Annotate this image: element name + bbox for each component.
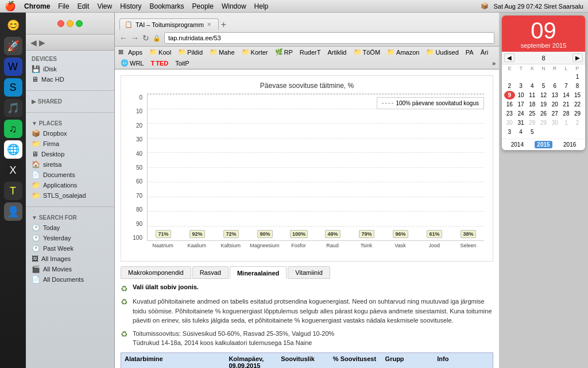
bm-wrl[interactable]: 🌐 WRL	[118, 59, 146, 67]
reload-button[interactable]: ↻	[142, 33, 149, 43]
bm-amazon[interactable]: 📁 Amazon	[385, 48, 421, 56]
new-tab-button[interactable]: +	[219, 20, 226, 30]
cal-day[interactable]: 11	[527, 91, 537, 99]
dock-launchpad[interactable]: 🚀	[4, 37, 22, 55]
dock-chrome[interactable]: 🌐	[4, 140, 22, 159]
cal-day[interactable]: 6	[550, 82, 560, 90]
tab-mineraalained[interactable]: Mineraalained	[230, 266, 287, 279]
cal-day[interactable]: 2	[572, 118, 583, 127]
dock-spotify[interactable]: ♫	[4, 120, 22, 138]
cal-day[interactable]: 30	[504, 118, 515, 127]
cal-day[interactable]: 13	[550, 91, 560, 99]
menu-view[interactable]: View	[97, 2, 112, 10]
tab-rasvad[interactable]: Rasvad	[192, 266, 229, 279]
bm-korter[interactable]: 📁 Korter	[239, 48, 270, 56]
minimize-button[interactable]	[67, 20, 74, 27]
sidebar-item-siretsa[interactable]: 🏠 siretsa	[26, 159, 114, 170]
dock-x1[interactable]: X	[4, 161, 22, 179]
bm-uudised[interactable]: 📁 Uudised	[424, 48, 461, 56]
cal-day[interactable]: 21	[561, 100, 572, 109]
cal-day[interactable]: 18	[527, 100, 537, 109]
cal-day[interactable]: 27	[550, 109, 560, 118]
cal-day[interactable]: 31	[516, 118, 527, 127]
dock-music[interactable]: 🎵	[4, 99, 22, 117]
shared-header[interactable]: ▶ SHARED	[26, 97, 114, 106]
cal-day[interactable]: 1	[572, 72, 583, 81]
cal-day[interactable]: 2	[504, 82, 515, 90]
cal-year-2015[interactable]: 2015	[535, 141, 552, 148]
forward-button[interactable]: →	[131, 33, 139, 43]
cal-day[interactable]: 28	[527, 118, 537, 127]
menu-window[interactable]: Window	[222, 2, 246, 10]
bm-toom[interactable]: 📁 TöÖM	[351, 48, 383, 56]
dock-app1[interactable]: W	[4, 57, 22, 76]
nav-back[interactable]: ◀	[30, 38, 37, 47]
tab-makrokomponendid[interactable]: Makrokomponendid	[121, 266, 191, 279]
cal-year-2014[interactable]: 2014	[509, 141, 526, 148]
cal-day[interactable]: 4	[527, 82, 537, 90]
browser-tab-active[interactable]: 📋 TAI – Toitumisprogramm ✕	[119, 18, 219, 30]
bm-pildid[interactable]: 📁 Pildid	[176, 48, 205, 56]
cal-day[interactable]: 30	[550, 118, 560, 127]
sidebar-item-dropbox[interactable]: 📦 Dropbox	[26, 128, 114, 139]
cal-day[interactable]: 5	[538, 82, 549, 90]
bm-pa[interactable]: PA	[463, 48, 476, 56]
sidebar-item-firma[interactable]: 📁 Firma	[26, 139, 114, 149]
sidebar-item-allimages[interactable]: 🖼 All Images	[26, 254, 114, 264]
dock-user[interactable]: 👤	[4, 202, 22, 221]
cal-day[interactable]: 23	[504, 109, 515, 118]
menu-edit[interactable]: Edit	[78, 2, 90, 10]
cal-day[interactable]: 14	[561, 91, 572, 99]
dock-skype[interactable]: S	[4, 78, 22, 97]
back-button[interactable]: ←	[119, 33, 127, 43]
cal-day[interactable]: 5	[527, 128, 537, 136]
cal-day[interactable]: 19	[538, 100, 549, 109]
cal-day[interactable]: 9	[504, 91, 515, 99]
menu-help[interactable]: Help	[254, 2, 269, 10]
cal-day[interactable]: 7	[561, 82, 572, 90]
zoom-button[interactable]	[76, 20, 83, 27]
bm-ted[interactable]: T TED	[148, 59, 171, 67]
url-input[interactable]	[164, 32, 494, 44]
cal-day[interactable]: 15	[572, 91, 583, 99]
cal-day[interactable]: 22	[572, 100, 583, 109]
sidebar-item-applications[interactable]: 📁 Applications	[26, 180, 114, 190]
bm-rp[interactable]: 🌿 RP	[273, 48, 295, 56]
cal-day[interactable]: 26	[538, 109, 549, 118]
cal-day[interactable]: 17	[516, 100, 527, 109]
cal-year-2016[interactable]: 2016	[561, 141, 578, 148]
bookmarks-overflow[interactable]: »	[492, 60, 496, 67]
cal-day[interactable]: 3	[504, 128, 515, 136]
apple-menu[interactable]: 🍎	[5, 1, 16, 12]
cal-day[interactable]: 16	[504, 100, 515, 109]
menu-people[interactable]: People	[192, 2, 214, 10]
cal-day[interactable]: 25	[527, 109, 537, 118]
cal-day[interactable]: 29	[538, 118, 549, 127]
cal-day[interactable]: 10	[516, 91, 527, 99]
cal-day[interactable]: 8	[572, 82, 583, 90]
bm-toitp[interactable]: ToitP	[173, 59, 191, 67]
tab-close-button[interactable]: ✕	[207, 21, 211, 28]
nav-forward[interactable]: ▶	[39, 38, 45, 47]
menu-chrome[interactable]: Chrome	[24, 2, 50, 10]
cal-day[interactable]: 20	[550, 100, 560, 109]
sidebar-item-yesterday[interactable]: 🕐 Yesterday	[26, 233, 114, 243]
sidebar-item-allmovies[interactable]: 🎬 All Movies	[26, 264, 114, 274]
sidebar-item-today[interactable]: 🕐 Today	[26, 223, 114, 233]
tab-vitamiinid[interactable]: Vitamiinid	[288, 266, 330, 279]
bm-artiklid[interactable]: Artiklid	[325, 48, 349, 56]
cal-day[interactable]: 24	[516, 109, 527, 118]
menu-bookmarks[interactable]: Bookmarks	[150, 2, 184, 10]
cal-day[interactable]: 3	[516, 82, 527, 90]
cal-day[interactable]: 12	[538, 91, 549, 99]
dock-finder[interactable]: 😊	[4, 16, 22, 34]
menu-file[interactable]: File	[58, 2, 69, 10]
cal-day[interactable]: 1	[561, 118, 572, 127]
bm-apps[interactable]: Apps	[126, 48, 145, 56]
close-button[interactable]	[57, 20, 64, 27]
cal-day[interactable]: 4	[516, 128, 527, 136]
cal-day[interactable]: 29	[572, 109, 583, 118]
sidebar-item-documents[interactable]: 📄 Documents	[26, 170, 114, 180]
sidebar-item-pastweek[interactable]: 🕐 Past Week	[26, 243, 114, 254]
dock-x2[interactable]: T	[4, 182, 22, 200]
